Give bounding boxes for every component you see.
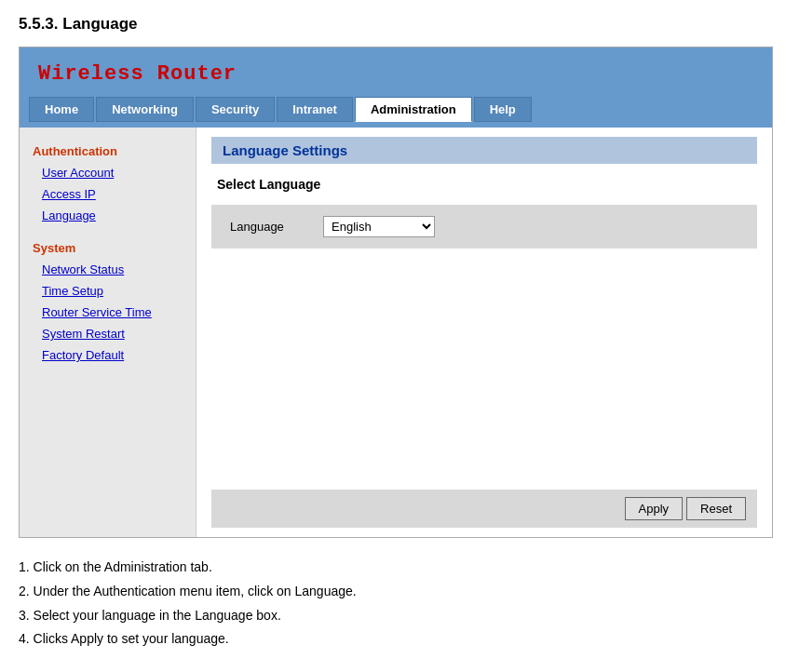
apply-button[interactable]: Apply xyxy=(625,497,684,520)
page-title: 5.5.3. Language xyxy=(19,15,780,34)
instructions: 1. Click on the Administration tab. 2. U… xyxy=(19,557,780,651)
main-content: Language Settings Select Language Langua… xyxy=(196,128,772,537)
tab-home[interactable]: Home xyxy=(29,97,94,122)
sidebar-link-network-status[interactable]: Network Status xyxy=(20,259,196,280)
instruction-4: 4. Clicks Apply to set your language. xyxy=(19,628,780,651)
instruction-1: 1. Click on the Administration tab. xyxy=(19,557,780,579)
sidebar-link-language[interactable]: Language xyxy=(20,205,196,226)
sidebar-link-factory-default[interactable]: Factory Default xyxy=(20,344,196,366)
sidebar: Authentication User Account Access IP La… xyxy=(20,128,196,537)
sidebar-link-router-service-time[interactable]: Router Service Time xyxy=(20,302,196,323)
router-frame: Wireless Router Home Networking Security… xyxy=(19,47,773,538)
language-settings-row: Language English Chinese French German S… xyxy=(211,205,757,249)
sidebar-section-system: System xyxy=(20,234,196,259)
content-area: Authentication User Account Access IP La… xyxy=(20,128,772,537)
instruction-2: 2. Under the Authentication menu item, c… xyxy=(19,581,780,603)
sidebar-link-user-account[interactable]: User Account xyxy=(20,162,196,183)
tab-networking[interactable]: Networking xyxy=(96,97,194,122)
tab-help[interactable]: Help xyxy=(474,97,532,122)
sidebar-link-system-restart[interactable]: System Restart xyxy=(20,323,196,344)
router-header: Wireless Router xyxy=(20,47,772,97)
tab-intranet[interactable]: Intranet xyxy=(277,97,353,122)
tab-administration[interactable]: Administration xyxy=(355,97,472,122)
nav-bar: Home Networking Security Intranet Admini… xyxy=(20,97,772,128)
bottom-bar: Apply Reset xyxy=(211,490,757,528)
language-select[interactable]: English Chinese French German Spanish xyxy=(323,216,435,237)
tab-security[interactable]: Security xyxy=(196,97,275,122)
subsection-title: Select Language xyxy=(211,177,757,192)
router-brand: Wireless Router xyxy=(38,62,237,86)
spacer xyxy=(211,258,757,490)
reset-button[interactable]: Reset xyxy=(686,497,746,520)
section-header: Language Settings xyxy=(211,137,757,164)
language-label: Language xyxy=(230,220,305,234)
instruction-3: 3. Select your language in the Language … xyxy=(19,605,780,627)
sidebar-link-time-setup[interactable]: Time Setup xyxy=(20,280,196,302)
sidebar-link-access-ip[interactable]: Access IP xyxy=(20,183,196,205)
sidebar-section-authentication: Authentication xyxy=(20,137,196,162)
